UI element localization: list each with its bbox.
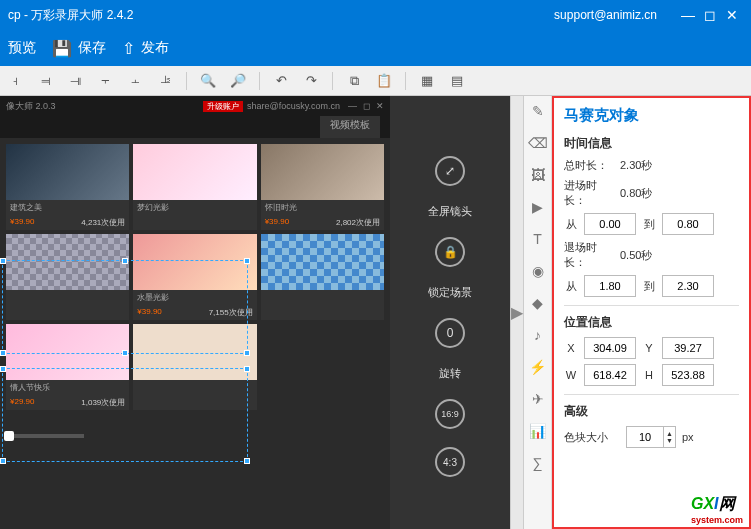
save-icon: 💾 <box>52 39 72 58</box>
selection-box[interactable] <box>2 368 248 462</box>
exit-to-input[interactable] <box>662 275 714 297</box>
fullscreen-label: 全屏镜头 <box>428 204 472 219</box>
ratio-4-3-button[interactable]: 4:3 <box>435 447 465 477</box>
align-bottom-icon[interactable]: ⫡ <box>156 72 174 90</box>
video-icon[interactable]: ▶ <box>529 198 547 216</box>
y-label: Y <box>642 342 656 354</box>
y-input[interactable] <box>662 337 714 359</box>
paste-icon[interactable]: 📋 <box>375 72 393 90</box>
template-card[interactable]: 梦幻光影 <box>133 144 256 230</box>
shape-icon[interactable]: ◆ <box>529 294 547 312</box>
enter-to-input[interactable] <box>662 213 714 235</box>
to-label: 到 <box>642 279 656 294</box>
selection-box[interactable] <box>2 260 248 354</box>
block-size-label: 色块大小 <box>564 430 620 445</box>
block-size-input[interactable] <box>626 426 664 448</box>
unit-label: px <box>682 431 694 443</box>
ratio-16-9-button[interactable]: 16:9 <box>435 399 465 429</box>
h-label: H <box>642 369 656 381</box>
zoom-slider[interactable] <box>4 434 84 438</box>
align-left-icon[interactable]: ⫞ <box>6 72 24 90</box>
enter-duration-value: 0.80秒 <box>620 186 652 201</box>
action-column: ⤢ 全屏镜头 🔒 锁定场景 0 旋转 16:9 4:3 <box>390 96 510 529</box>
inner-min-icon[interactable]: — <box>348 101 357 111</box>
zoom-out-icon[interactable]: 🔍 <box>199 72 217 90</box>
canvas-area[interactable]: 像大师 2.0.3 升级账户 share@focusky.com.cn — ◻ … <box>0 96 390 529</box>
preview-button[interactable]: 预览 <box>8 39 36 57</box>
tab-video-template[interactable]: 视频模板 <box>320 116 380 138</box>
h-input[interactable] <box>662 364 714 386</box>
image-icon[interactable]: 🖼 <box>529 166 547 184</box>
inner-close-icon[interactable]: ✕ <box>376 101 384 111</box>
from-label: 从 <box>564 217 578 232</box>
rotate-button[interactable]: 0 <box>435 318 465 348</box>
enter-duration-label: 进场时长： <box>564 178 614 208</box>
grid-icon[interactable]: ▤ <box>448 72 466 90</box>
align-right-icon[interactable]: ⫣ <box>66 72 84 90</box>
w-label: W <box>564 369 578 381</box>
flash-icon[interactable]: ⚡ <box>529 358 547 376</box>
x-input[interactable] <box>584 337 636 359</box>
align-top-icon[interactable]: ⫟ <box>96 72 114 90</box>
total-duration-value: 2.30秒 <box>620 158 652 173</box>
inner-max-icon[interactable]: ◻ <box>363 101 370 111</box>
align-center-icon[interactable]: ⫤ <box>36 72 54 90</box>
total-duration-label: 总时长： <box>564 158 614 173</box>
panel-title: 马赛克对象 <box>564 106 739 125</box>
zoom-in-icon[interactable]: 🔎 <box>229 72 247 90</box>
from-label: 从 <box>564 279 578 294</box>
eraser-icon[interactable]: ⌫ <box>529 134 547 152</box>
fullscreen-button[interactable]: ⤢ <box>435 156 465 186</box>
redo-icon[interactable]: ↷ <box>302 72 320 90</box>
rotate-label: 旋转 <box>439 366 461 381</box>
to-label: 到 <box>642 217 656 232</box>
tool-strip: ✎ ⌫ 🖼 ▶ T ◉ ◆ ♪ ⚡ ✈ 📊 ∑ <box>524 96 552 529</box>
drop-icon[interactable]: ◉ <box>529 262 547 280</box>
lock-button[interactable]: 🔒 <box>435 237 465 267</box>
watermark: GXI网 system.com <box>691 494 743 525</box>
minimize-button[interactable]: — <box>677 7 699 23</box>
inner-email: share@focusky.com.cn <box>247 101 340 111</box>
section-position: 位置信息 <box>564 314 739 331</box>
align-middle-icon[interactable]: ⫠ <box>126 72 144 90</box>
close-button[interactable]: ✕ <box>721 7 743 23</box>
template-card[interactable] <box>261 234 384 320</box>
music-icon[interactable]: ♪ <box>529 326 547 344</box>
maximize-button[interactable]: ◻ <box>699 7 721 23</box>
template-card[interactable]: 建筑之美¥39.904,231次使用 <box>6 144 129 230</box>
copy-icon[interactable]: ⧉ <box>345 72 363 90</box>
support-email[interactable]: support@animiz.cn <box>554 8 657 22</box>
section-advanced: 高级 <box>564 403 739 420</box>
stepper-arrows[interactable]: ▲▼ <box>664 426 676 448</box>
undo-icon[interactable]: ↶ <box>272 72 290 90</box>
app-title: cp - 万彩录屏大师 2.4.2 <box>8 7 554 24</box>
x-label: X <box>564 342 578 354</box>
toolbar: ⫞ ⫤ ⫣ ⫟ ⫠ ⫡ 🔍 🔎 ↶ ↷ ⧉ 📋 ▦ ▤ <box>0 66 751 96</box>
chart-icon[interactable]: 📊 <box>529 422 547 440</box>
inner-title: 像大师 2.0.3 <box>6 100 56 113</box>
formula-icon[interactable]: ∑ <box>529 454 547 472</box>
plane-icon[interactable]: ✈ <box>529 390 547 408</box>
upload-icon: ⇧ <box>122 39 135 58</box>
exit-duration-value: 0.50秒 <box>620 248 652 263</box>
save-button[interactable]: 💾保存 <box>52 39 106 58</box>
enter-from-input[interactable] <box>584 213 636 235</box>
text-icon[interactable]: T <box>529 230 547 248</box>
properties-panel: 马赛克对象 时间信息 总时长：2.30秒 进场时长：0.80秒 从 到 退场时长… <box>552 96 751 529</box>
exit-from-input[interactable] <box>584 275 636 297</box>
layers-icon[interactable]: ▦ <box>418 72 436 90</box>
lock-label: 锁定场景 <box>428 285 472 300</box>
panel-collapse-handle[interactable]: ▶ <box>510 96 524 529</box>
w-input[interactable] <box>584 364 636 386</box>
exit-duration-label: 退场时长： <box>564 240 614 270</box>
upgrade-badge[interactable]: 升级账户 <box>203 101 243 112</box>
publish-button[interactable]: ⇧发布 <box>122 39 169 58</box>
template-card[interactable]: 怀旧时光¥39.902,802次使用 <box>261 144 384 230</box>
pencil-icon[interactable]: ✎ <box>529 102 547 120</box>
section-time: 时间信息 <box>564 135 739 152</box>
